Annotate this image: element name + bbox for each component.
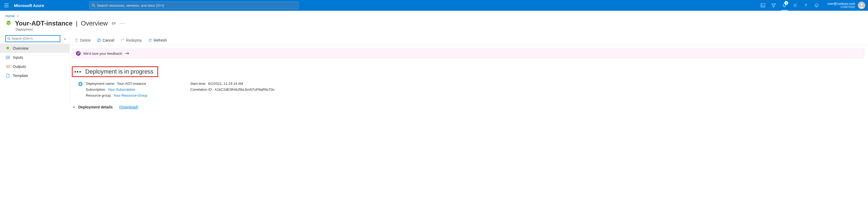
hamburger-icon <box>4 3 8 7</box>
tenant-name: CONTOSO <box>827 6 855 9</box>
sidebar-item-label: Overview <box>13 46 28 51</box>
notifications-button[interactable]: 1 <box>779 0 790 11</box>
more-menu-button[interactable]: ⋯ <box>120 20 125 26</box>
search-icon <box>7 37 10 40</box>
sidebar: « Overview Inputs Outputs Template <box>0 35 70 109</box>
template-icon <box>6 74 10 78</box>
breadcrumb-home[interactable]: Home <box>5 14 15 18</box>
filter-icon <box>772 3 776 7</box>
global-search[interactable] <box>89 2 298 9</box>
pin-icon[interactable] <box>112 21 116 26</box>
page-title-row: Your-ADT-instance | Overview ⋯ <box>0 18 868 28</box>
deployment-name-value: Your-ADT-instance <box>117 82 146 86</box>
global-search-wrap <box>89 2 298 9</box>
refresh-button[interactable]: Refresh <box>146 36 169 44</box>
svg-point-8 <box>8 37 10 39</box>
refresh-icon <box>148 38 152 42</box>
feedback-text: We'd love your feedback! <box>83 52 122 56</box>
resource-group-link[interactable]: Your-Resource-Group <box>114 93 148 98</box>
sidebar-search[interactable] <box>5 35 60 42</box>
refresh-label: Refresh <box>154 38 167 43</box>
subscription-link[interactable]: Your-Subscription <box>108 87 135 91</box>
brand-label: Microsoft Azure <box>13 3 49 8</box>
inputs-icon <box>6 55 10 60</box>
delete-label: Delete <box>80 38 91 43</box>
svg-point-4 <box>815 4 818 7</box>
cancel-button[interactable]: Cancel <box>94 36 117 44</box>
gear-icon <box>793 3 797 7</box>
notification-badge: 1 <box>784 1 788 5</box>
svg-point-13 <box>9 68 10 68</box>
settings-button[interactable] <box>790 0 801 11</box>
svg-line-9 <box>9 39 10 40</box>
feedback-icon <box>76 51 81 56</box>
svg-point-3 <box>795 5 796 6</box>
search-icon <box>92 3 95 7</box>
delete-button[interactable]: Delete <box>72 36 93 44</box>
topbar-right: 1 user@contoso.com CONTOSO <box>757 0 868 11</box>
svg-rect-2 <box>761 4 765 7</box>
cancel-icon <box>97 38 101 42</box>
breadcrumb: Home > <box>0 11 868 18</box>
directory-filter-button[interactable] <box>768 0 779 11</box>
page-title-section: Overview <box>81 20 108 27</box>
svg-line-1 <box>94 6 95 7</box>
avatar[interactable] <box>858 2 865 9</box>
trash-icon <box>74 38 78 42</box>
sidebar-item-overview[interactable]: Overview <box>0 44 69 53</box>
svg-point-7 <box>861 4 862 5</box>
chevron-down-icon <box>72 106 75 109</box>
outputs-icon <box>6 64 10 69</box>
feedback-banner[interactable]: We'd love your feedback! <box>72 49 864 58</box>
deployment-details-label: Deployment details <box>78 105 113 109</box>
page-title: Your-ADT-instance <box>15 20 72 27</box>
deployment-status: ▪▪▪ Deployment is in progress <box>72 66 158 77</box>
sidebar-item-outputs[interactable]: Outputs <box>0 62 69 71</box>
svg-point-0 <box>92 4 94 6</box>
global-search-input[interactable] <box>97 3 296 7</box>
download-link[interactable]: (Download) <box>119 105 138 109</box>
correlation-id-label: Correlation ID: <box>190 87 213 91</box>
help-icon <box>804 3 808 7</box>
command-bar: Delete Cancel Redeploy Refresh <box>70 35 868 45</box>
sidebar-item-template[interactable]: Template <box>0 71 69 80</box>
cancel-label: Cancel <box>102 38 114 43</box>
collapse-sidebar-button[interactable]: « <box>64 37 66 41</box>
sidebar-item-label: Outputs <box>13 64 26 69</box>
svg-line-15 <box>98 39 100 41</box>
sidebar-search-input[interactable] <box>11 37 58 41</box>
page-subtitle: Deployment <box>0 28 868 31</box>
svg-point-12 <box>9 66 10 67</box>
deployment-icon <box>78 81 83 87</box>
progress-indicator-icon: ▪▪▪ <box>74 69 82 75</box>
svg-point-5 <box>816 5 816 5</box>
start-time-value: 6/2/2021, 11:24:14 AM <box>208 82 243 86</box>
deployment-metadata: Deployment name: Your-ADT-instance Subsc… <box>70 77 868 99</box>
sidebar-item-label: Template <box>13 74 28 78</box>
correlation-id-value: A1bC2dE3fH4iJ5kL6mN7oP8qR9sT0u <box>214 87 275 91</box>
cloud-shell-button[interactable] <box>757 0 768 11</box>
deployment-status-title: Deployment is in progress <box>85 68 153 75</box>
avatar-icon <box>859 3 864 8</box>
feedback-smiley-button[interactable] <box>811 0 822 11</box>
arrow-right-icon <box>125 52 129 55</box>
resource-icon <box>5 20 12 27</box>
page-title-divider: | <box>74 20 79 27</box>
redeploy-button[interactable]: Redeploy <box>118 36 145 44</box>
subscription-label: Subscription: <box>86 87 106 91</box>
account-info[interactable]: user@contoso.com CONTOSO <box>822 2 858 9</box>
start-time-label: Start time: <box>190 82 206 86</box>
sidebar-item-inputs[interactable]: Inputs <box>0 53 69 62</box>
cloud-shell-icon <box>761 3 765 7</box>
main-content: Delete Cancel Redeploy Refresh We'd love… <box>70 35 868 109</box>
smiley-icon <box>814 3 819 7</box>
top-bar: Microsoft Azure 1 user@contoso.com CONTO… <box>0 0 868 11</box>
sidebar-item-label: Inputs <box>13 55 23 60</box>
overview-icon <box>6 46 10 51</box>
help-button[interactable] <box>801 0 811 11</box>
deployment-details-expander[interactable]: Deployment details (Download) <box>70 99 868 109</box>
hamburger-menu[interactable] <box>0 0 13 11</box>
resource-group-label: Resource group: <box>86 93 112 98</box>
redeploy-icon <box>121 38 124 42</box>
user-email: user@contoso.com <box>827 2 855 6</box>
